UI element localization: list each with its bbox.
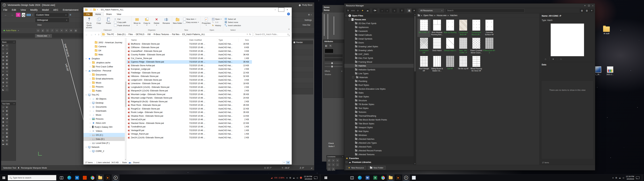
menu-caret-icon[interactable]: ▾ [584,4,586,7]
collapse-icon[interactable]: − [346,15,348,16]
scroll-down-icon[interactable]: ▼ [414,163,416,164]
pin-icon[interactable] [588,5,590,7]
preview-sphere-icon[interactable]: ● [550,58,557,60]
tree-chevron-icon[interactable] [85,58,87,60]
tool-set-icon[interactable]: ◆ [5,109,9,112]
file-row[interactable]: CoastalReef - Eldorado Stone.pat 7/2/202… [127,49,252,53]
tool-icon[interactable]: ● [1,77,5,80]
task-view-icon[interactable] [58,174,66,181]
tool-set-icon[interactable]: ▥ [5,131,9,135]
constraint-icon[interactable]: = [336,158,340,162]
breadcrumb-segment[interactable]: Pat files [171,33,180,36]
scrollbar-down-icon[interactable]: ∨ [125,159,126,160]
tree-chevron-icon[interactable] [89,98,91,100]
tree-folder-row[interactable]: + Detail Callouts [344,33,416,37]
file-row[interactable]: River Rock - Eldorado Stone.pat 7/2/2020… [127,104,252,107]
edit-button[interactable]: ✎Edit [212,21,222,24]
show-desktop-button[interactable] [320,174,321,181]
tool-set-icon[interactable]: ◎ [5,138,9,142]
search-box[interactable]: Search ES_Hatch Patte... [254,32,290,36]
breadcrumb-house[interactable]: House.vwx [437,14,446,16]
tree-chevron-icon[interactable] [89,126,91,128]
tool-set-icon[interactable]: ◣ [1,138,5,142]
select-all-button[interactable]: Select all [224,18,241,20]
tray-icon[interactable]: ⊞ [615,177,617,179]
desktop-icon[interactable]: AI stuff [600,26,613,34]
tree-folder-row[interactable]: + DXF_DWG [344,52,416,56]
notepad-icon[interactable] [410,174,418,181]
constraint-icon[interactable]: ∠ [327,158,331,162]
chrome-icon[interactable] [88,174,96,181]
grid-view-icon[interactable]: ▦ [407,8,412,12]
tool-icon[interactable]: ▦ [5,62,9,66]
tree-chevron-icon[interactable] [89,110,91,112]
dock-row[interactable] [292,78,313,83]
tree-folder-row[interactable]: + Viewport Styles [344,126,416,130]
new-folder-button[interactable]: New folder [173,17,182,24]
resource-search-box[interactable]: Search [446,9,524,12]
file-row[interactable]: Mountain Ledge - Eldorado Stone.pat 7/2/… [127,92,252,96]
tree-folder-row[interactable]: + zNested Parts [344,145,416,149]
new-resource-button[interactable]: ★ New Resource [346,166,366,170]
tool-icon[interactable]: ◣ [1,88,5,92]
office-icon[interactable] [81,174,88,181]
file-row[interactable]: SierraCut24.pat 7/2/2020 10:46 ... AutoC… [127,118,252,122]
fill-bucket-icon[interactable]: ◧ [325,44,328,48]
preview-teapot-icon[interactable]: ♨ [557,57,565,60]
vectorworks-icon[interactable] [402,174,410,181]
sidebar-item[interactable]: Pictures [84,85,126,89]
forward-icon[interactable]: → [385,8,389,12]
dock-row[interactable] [292,83,313,88]
new-folder-button[interactable]: New Folder [368,166,386,170]
tree-folder-row[interactable]: + Slabs [344,91,416,95]
tree-folder-row[interactable]: + Title Block Border North Points [344,118,416,122]
scrollbar-thumb[interactable] [414,16,416,72]
nav-recent-caret-icon[interactable]: ∨ [94,34,96,35]
sidebar-item[interactable]: Desktop [84,101,126,105]
opacity-slider[interactable] [325,62,342,64]
sidebar-item[interactable]: 3D Objects [84,97,126,101]
tree-chevron-icon[interactable] [89,142,91,144]
tree-premium-libraries[interactable]: − ☁ Premium Libraries [344,160,416,164]
explorer-title-bar[interactable]: ▾ ES_Hatch Patterns_ALL – × [84,8,292,12]
large-icons-view-toggle[interactable]: ▦ [286,161,290,164]
menu-item[interactable]: Modify [28,8,40,11]
delete-button[interactable]: ✕Delete▾ [152,17,162,26]
stock-ticker-text[interactable]: VIX -3.98% [274,177,284,179]
tool-icon[interactable]: ▬ [1,55,5,58]
file-row[interactable]: Hillstone - Eldorado Stone.pat 7/2/2020 … [127,74,252,78]
sidebar-scrollbar[interactable]: ∨ [125,38,127,160]
tray-icon[interactable]: ☁ [619,177,621,179]
hatch-tile[interactable]: Built Up Roofing [444,19,457,37]
tree-chevron-icon[interactable] [89,78,91,80]
tree-folder-row[interactable]: + Drawing Label Styles [344,44,416,48]
breadcrumb-segment[interactable]: This PC [106,33,115,36]
scrollbar-thumb[interactable] [125,82,126,107]
tree-chevron-icon[interactable] [85,146,87,148]
select-none-button[interactable]: Select none [224,21,241,24]
menu-item[interactable]: View [18,8,28,11]
sidebar-item[interactable]: Public [84,89,126,93]
tree-folder-row[interactable]: + Thermal/Sheathing [344,114,416,118]
column-header-date[interactable]: Date modified [188,38,217,42]
hatch-tile[interactable]: Component Stucco (Pl... [470,19,483,37]
tree-folder-row[interactable]: + 2D Elec Fixtr Symb [344,22,416,25]
divider-2[interactable] [378,8,378,12]
tree-scrollbar[interactable]: ▲ ▼ [414,14,416,165]
quick-access-caret-icon[interactable]: ▾ [97,9,98,10]
word-icon[interactable] [364,174,371,181]
auto-plane-caret[interactable]: ∨ [18,30,19,31]
tool-set-icon[interactable]: □ [5,120,9,124]
start-button[interactable] [322,174,330,181]
tree-chevron-icon[interactable] [89,150,91,152]
tool-set-icon[interactable]: ⌂ [1,105,5,109]
alert-badge-icon[interactable] [300,177,302,179]
tool-icon[interactable]: ▥ [5,58,9,62]
tool-set-icon[interactable]: ▩ [5,135,9,138]
refresh-icon[interactable]: ↻ [249,33,251,36]
sidebar-item[interactable]: D4 [84,48,126,52]
tree-folder-row[interactable]: + Hatches [344,64,416,68]
tab-view[interactable]: View [114,12,124,16]
details-view-toggle[interactable]: ≡ [282,161,286,164]
tree-folder-row[interactable]: + Framing Wood [344,60,416,64]
